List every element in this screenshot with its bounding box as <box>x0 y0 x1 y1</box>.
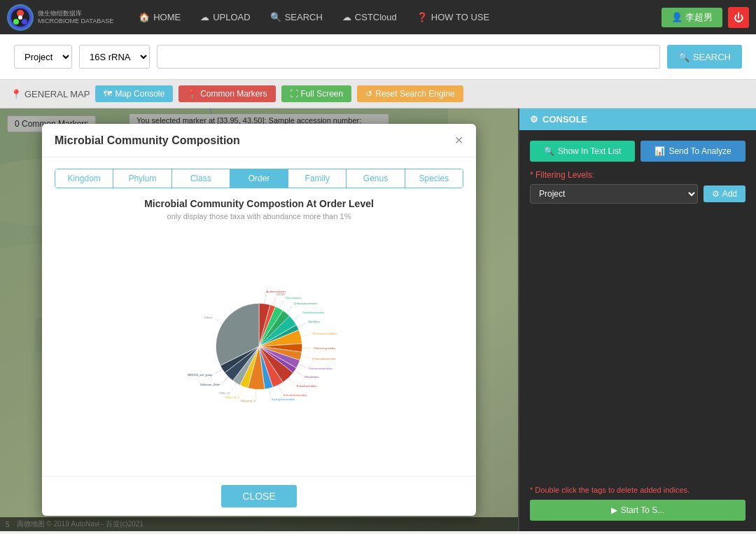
logo: 微生物组数据库 MICROBIOME DATABASE <box>7 4 113 31</box>
pie-label: Others <box>204 316 213 319</box>
filter-label: * Filtering Levels: <box>530 170 746 180</box>
map-console-button[interactable]: 🗺 Map Console <box>95 85 173 102</box>
pie-label: Sphingobacteriales <box>272 398 295 401</box>
logo-sub-text: MICROBIOME DATABASE <box>38 17 113 25</box>
search-bar: Project 16S rRNA 🔍 SEARCH <box>0 34 756 80</box>
modal-overlay: Microbial Community Composition ✕ Kingdo… <box>0 108 518 531</box>
taxonomy-tabs: Kingdom Phylum Class Order Family Genus … <box>55 169 463 188</box>
tab-phylum[interactable]: Phylum <box>113 169 171 188</box>
pie-label: Gaielales <box>308 320 319 323</box>
svg-point-3 <box>22 19 27 24</box>
pie-label: Solirubrobacterales <box>284 393 307 397</box>
general-map-label: 📍 GENERAL MAP <box>10 89 90 99</box>
console-body: 🔍 Show In Text List 📊 Send To Analyze * … <box>519 130 756 531</box>
map-background: 0 Common Markers You selected marker at … <box>0 108 518 531</box>
console-title: CONSOLE <box>542 114 587 125</box>
tab-family[interactable]: Family <box>288 169 346 188</box>
nav-search[interactable]: 🔍 SEARCH <box>262 8 331 27</box>
show-text-button[interactable]: 🔍 Show In Text List <box>530 141 635 162</box>
footer-note: * Double click the tags to delete added … <box>530 486 746 494</box>
close-modal-button[interactable]: CLOSE <box>221 485 296 507</box>
pie-label: Subgroup_6 <box>225 395 239 399</box>
pie-label: TRA3_20 <box>218 391 230 395</box>
filter-row: Project ⚙ Add <box>530 184 746 204</box>
tab-genus[interactable]: Genus <box>346 169 404 188</box>
modal-body: Kingdom Phylum Class Order Family Genus … <box>42 157 476 476</box>
toolbar: 📍 GENERAL MAP 🗺 Map Console 📍 Common Mar… <box>0 80 756 108</box>
filter-section: * Filtering Levels: Project ⚙ Add <box>530 170 746 204</box>
project-select[interactable]: Project <box>14 45 72 69</box>
user-button[interactable]: 👤 李超男 <box>662 8 722 27</box>
search-button[interactable]: 🔍 SEARCH <box>667 45 742 69</box>
pie-label: Desulfobacterales <box>302 311 324 314</box>
common-markers-button[interactable]: 📍 Common Markers <box>178 85 275 102</box>
logo-text: 微生物组数据库 MICROBIOME DATABASE <box>38 10 113 25</box>
composition-modal: Microbial Community Composition ✕ Kingdo… <box>42 124 476 516</box>
add-filter-button[interactable]: ⚙ Add <box>704 185 746 202</box>
svg-point-4 <box>18 15 22 20</box>
search-input[interactable] <box>157 45 660 69</box>
pie-label: Unknown_Order <box>200 383 220 386</box>
logo-icon <box>7 4 34 31</box>
pie-label: Rubrobacterales <box>297 384 317 388</box>
pie-label: C0119 <box>276 293 285 296</box>
pie-label: Chthoniobacterales <box>294 302 318 305</box>
svg-point-2 <box>13 19 19 24</box>
pie-label: Pseudonocardiales <box>309 367 332 370</box>
chart-title: Microbial Community Compostion At Order … <box>55 198 463 209</box>
pie-label: Planctomycetales <box>314 346 335 350</box>
pie-label: Chromatiales <box>285 296 301 300</box>
type-select[interactable]: 16S rRNA <box>79 45 150 69</box>
console-header: ⚙ CONSOLE <box>519 108 756 130</box>
pie-chart-svg: AcidimicrobialesC0119ChromatialesChthoni… <box>161 248 357 444</box>
filter-select[interactable]: Project <box>530 184 698 204</box>
pie-label: WD2101_soil_group <box>188 373 213 377</box>
reset-button[interactable]: ↺ Reset Search Engine <box>357 85 463 102</box>
tab-kingdom[interactable]: Kingdom <box>55 169 113 188</box>
pie-label: Subgroup_4 <box>241 399 256 402</box>
tab-class[interactable]: Class <box>172 169 230 188</box>
main-content: 0 Common Markers You selected marker at … <box>0 108 756 531</box>
power-button[interactable]: ⏻ <box>728 7 749 28</box>
nav-home[interactable]: 🏠 HOME <box>130 8 189 27</box>
navbar: 微生物组数据库 MICROBIOME DATABASE 🏠 HOME ☁ UPL… <box>0 0 756 34</box>
pie-label: Gemmatimonadales <box>312 332 337 335</box>
fullscreen-button[interactable]: ⛶ Full Screen <box>281 85 352 102</box>
modal-title: Microbial Community Composition <box>55 134 240 147</box>
nav-howtouse[interactable]: ❓ HOW TO USE <box>408 8 498 27</box>
modal-footer: CLOSE <box>42 476 476 516</box>
console-panel: ⚙ CONSOLE 🔍 Show In Text List 📊 Send To … <box>518 108 756 531</box>
chart-subtitle: only display those taxa with abundance m… <box>55 212 463 220</box>
modal-close-button[interactable]: ✕ <box>454 134 463 147</box>
nav-upload[interactable]: ☁ UPLOAD <box>192 8 258 27</box>
logo-main-text: 微生物组数据库 <box>38 10 113 17</box>
console-btn-row: 🔍 Show In Text List 📊 Send To Analyze <box>530 141 746 162</box>
tab-species[interactable]: Species <box>405 169 463 188</box>
console-footer: * Double click the tags to delete added … <box>530 486 746 521</box>
pie-label: Propionibacteriales <box>312 357 335 360</box>
start-button[interactable]: ▶ Start To S... <box>530 500 746 521</box>
tab-order[interactable]: Order <box>230 169 288 188</box>
send-analyze-button[interactable]: 📊 Send To Analyze <box>640 141 746 162</box>
pie-chart-container: AcidimicrobialesC0119ChromatialesChthoni… <box>55 227 463 465</box>
pie-label: Rhizobiales <box>304 375 318 379</box>
nav-cstcloud[interactable]: ☁ CSTCloud <box>334 8 405 27</box>
map-area: 0 Common Markers You selected marker at … <box>0 108 518 531</box>
modal-header: Microbial Community Composition ✕ <box>42 124 476 157</box>
